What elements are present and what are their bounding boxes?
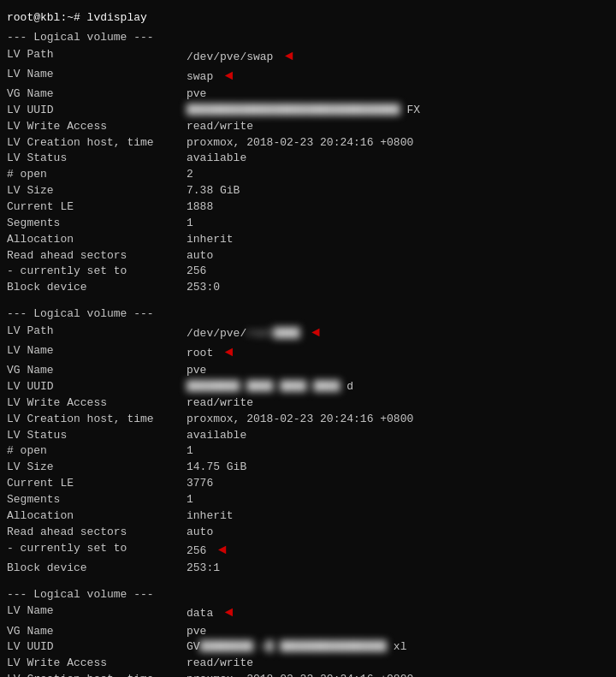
section-1: --- Logical volume ---LV Path/dev/pve/sw… xyxy=(0,30,616,296)
value-3-4: read/write xyxy=(187,656,253,672)
row-2-6: LV Creation host, timeproxmox, 2018-02-2… xyxy=(7,412,609,428)
value-1-10: 1888 xyxy=(187,199,213,216)
row-2-9: LV Size14.75 GiB xyxy=(7,460,609,476)
key-2-14: - currently set to xyxy=(7,541,187,561)
row-2-13: Read ahead sectorsauto xyxy=(7,525,609,541)
key-1-4: LV UUID xyxy=(7,103,187,119)
value-1-14: 256 xyxy=(187,264,206,280)
value-3-3: GV████████ v█ ████████████████ xl xyxy=(187,639,406,656)
red-arrow-icon: ◄ xyxy=(210,543,226,558)
key-1-13: Read ahead sectors xyxy=(7,248,187,264)
key-3-5: LV Creation host, time xyxy=(7,672,187,677)
row-1-10: Current LE1888 xyxy=(7,199,609,216)
key-2-3: VG Name xyxy=(7,363,187,379)
value-1-2: swap ◄ xyxy=(187,67,233,86)
key-1-15: Block device xyxy=(7,280,187,296)
row-2-2: LV Nameroot ◄ xyxy=(7,343,609,363)
key-2-4: LV UUID xyxy=(7,379,187,395)
row-1-3: VG Namepve xyxy=(7,86,609,103)
row-1-8: # open2 xyxy=(7,167,609,183)
row-1-14: - currently set to256 xyxy=(7,264,609,280)
section-divider-1 xyxy=(0,298,616,306)
prompt-line: root@kbl:~# lvdisplay xyxy=(0,10,616,27)
key-2-6: LV Creation host, time xyxy=(7,412,187,428)
section-divider-2 xyxy=(0,579,616,587)
key-3-3: LV UUID xyxy=(7,639,187,656)
value-2-4: ████████ ████ ████ ████ d xyxy=(187,379,353,395)
value-1-6: proxmox, 2018-02-23 20:24:16 +0800 xyxy=(187,135,413,151)
value-1-11: 1 xyxy=(187,216,193,232)
row-3-4: LV Write Accessread/write xyxy=(7,656,609,672)
row-2-7: LV Statusavailable xyxy=(7,428,609,444)
row-2-8: # open1 xyxy=(7,443,609,460)
row-3-3: LV UUIDGV████████ v█ ████████████████ xl xyxy=(7,639,609,656)
red-arrow-icon: ◄ xyxy=(216,345,233,360)
value-2-15: 253:1 xyxy=(187,561,220,577)
red-arrow-icon: ◄ xyxy=(304,325,320,341)
row-1-13: Read ahead sectorsauto xyxy=(7,248,609,264)
value-2-2: root ◄ xyxy=(187,343,233,363)
row-2-5: LV Write Accessread/write xyxy=(7,395,609,412)
value-1-12: inherit xyxy=(187,232,234,248)
section-1-header: --- Logical volume --- xyxy=(7,30,609,46)
key-1-9: LV Size xyxy=(7,183,187,199)
key-3-2: VG Name xyxy=(7,624,187,640)
key-1-12: Allocation xyxy=(7,232,187,248)
value-2-11: 1 xyxy=(187,492,193,508)
value-2-5: read/write xyxy=(187,395,253,412)
key-2-5: LV Write Access xyxy=(7,395,187,412)
row-2-4: LV UUID████████ ████ ████ ████ d xyxy=(7,379,609,395)
value-3-1: data ◄ xyxy=(187,603,233,623)
value-2-13: auto xyxy=(187,525,213,541)
prompt-text: root@kbl:~# lvdisplay xyxy=(7,11,147,24)
section-3-header: --- Logical volume --- xyxy=(7,587,609,603)
value-1-5: read/write xyxy=(187,119,253,135)
row-1-15: Block device253:0 xyxy=(7,280,609,296)
terminal-window: root@kbl:~# lvdisplay --- Logical volume… xyxy=(0,7,616,677)
value-2-14: 256 ◄ xyxy=(187,541,227,561)
row-2-12: Allocationinherit xyxy=(7,508,609,525)
section-3: --- Logical volume ---LV Namedata ◄VG Na… xyxy=(0,587,616,677)
key-3-1: LV Name xyxy=(7,603,187,623)
row-1-12: Allocationinherit xyxy=(7,232,609,248)
row-1-5: LV Write Accessread/write xyxy=(7,119,609,135)
row-3-2: VG Namepve xyxy=(7,624,609,640)
key-2-7: LV Status xyxy=(7,428,187,444)
value-1-15: 253:0 xyxy=(187,280,220,296)
key-2-10: Current LE xyxy=(7,476,187,492)
value-1-13: auto xyxy=(187,248,213,264)
row-1-7: LV Statusavailable xyxy=(7,151,609,167)
row-2-14: - currently set to256 ◄ xyxy=(7,541,609,561)
key-1-7: LV Status xyxy=(7,151,187,167)
row-1-6: LV Creation host, timeproxmox, 2018-02-2… xyxy=(7,135,609,151)
key-1-3: VG Name xyxy=(7,86,187,103)
value-1-3: pve xyxy=(187,86,206,103)
key-1-11: Segments xyxy=(7,216,187,232)
value-1-1: /dev/pve/swap ◄ xyxy=(187,47,293,67)
value-2-9: 14.75 GiB xyxy=(187,460,246,476)
key-1-1: LV Path xyxy=(7,47,187,67)
row-2-10: Current LE3776 xyxy=(7,476,609,492)
red-arrow-icon: ◄ xyxy=(216,605,233,621)
row-3-1: LV Namedata ◄ xyxy=(7,603,609,623)
key-1-10: Current LE xyxy=(7,199,187,216)
key-2-11: Segments xyxy=(7,492,187,508)
row-1-11: Segments1 xyxy=(7,216,609,232)
value-1-4: ████████████████████████████████ FX xyxy=(187,103,420,119)
key-2-12: Allocation xyxy=(7,508,187,525)
row-1-4: LV UUID████████████████████████████████ … xyxy=(7,103,609,119)
value-1-7: available xyxy=(187,151,246,167)
red-arrow-icon: ◄ xyxy=(216,68,233,84)
key-2-15: Block device xyxy=(7,561,187,577)
value-3-5: proxmox, 2018-02-23 20:24:16 +0800 xyxy=(187,672,413,677)
row-1-1: LV Path/dev/pve/swap ◄ xyxy=(7,47,609,67)
value-2-6: proxmox, 2018-02-23 20:24:16 +0800 xyxy=(187,412,413,428)
key-2-13: Read ahead sectors xyxy=(7,525,187,541)
key-2-8: # open xyxy=(7,443,187,460)
row-2-15: Block device253:1 xyxy=(7,561,609,577)
value-3-2: pve xyxy=(187,624,206,640)
value-2-12: inherit xyxy=(187,508,234,525)
sections-container: --- Logical volume ---LV Path/dev/pve/sw… xyxy=(0,30,616,677)
key-1-6: LV Creation host, time xyxy=(7,135,187,151)
key-1-2: LV Name xyxy=(7,67,187,86)
